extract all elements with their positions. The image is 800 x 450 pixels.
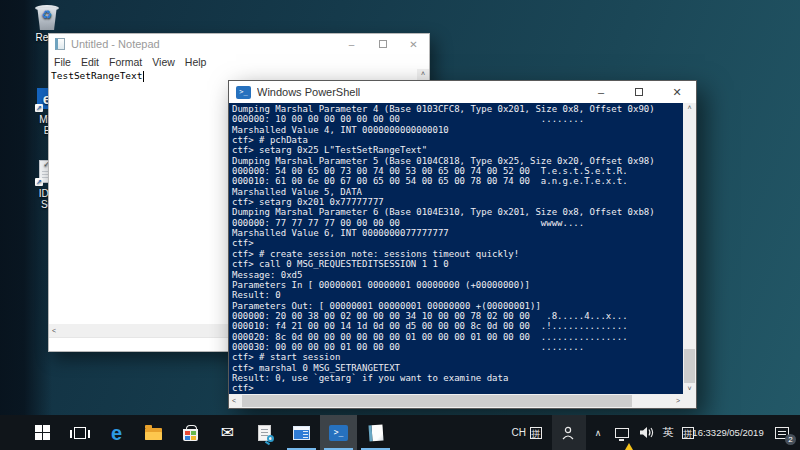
taskbar-item-notepad[interactable] bbox=[357, 415, 394, 450]
clock-date: 29/05/2019 bbox=[716, 427, 764, 438]
console-line: Result: 0 bbox=[232, 290, 680, 300]
ime-pinyin-badge: 拼 bbox=[530, 427, 542, 439]
powershell-window-title: Windows PowerShell bbox=[257, 86, 360, 98]
taskbar-item-ctf-app[interactable] bbox=[283, 415, 320, 450]
console-line: ctf> marshal 0 MSG_SETRANGETEXT bbox=[232, 363, 680, 373]
notification-badge: 2 bbox=[785, 434, 796, 445]
people-icon bbox=[561, 426, 577, 440]
console-line: 000010: f4 21 00 00 14 1d 0d 00 d5 00 00… bbox=[232, 321, 680, 331]
notepad-window-title: Untitled - Notepad bbox=[71, 38, 160, 50]
tray-overflow-button[interactable]: ∧ bbox=[586, 415, 610, 450]
shortcut-arrow-icon: ↗ bbox=[35, 104, 43, 112]
menu-item[interactable]: Format bbox=[104, 56, 147, 68]
notepad-text: TestSetRangeText bbox=[51, 70, 143, 81]
menu-item[interactable]: View bbox=[147, 56, 180, 68]
scroll-left-icon[interactable]: ˂ bbox=[52, 327, 56, 334]
scroll-left-icon[interactable]: ˂ bbox=[232, 394, 236, 408]
task-view-icon bbox=[74, 427, 86, 439]
scroll-right-icon[interactable]: ˃ bbox=[676, 394, 680, 408]
warning-icon bbox=[625, 443, 633, 450]
network-status-button[interactable] bbox=[610, 415, 634, 450]
console-line: ctf> # pchData bbox=[232, 135, 680, 145]
console-line: ctf> bbox=[232, 238, 680, 248]
taskbar-item-mail[interactable]: ✉ bbox=[209, 415, 246, 450]
notepad-app-icon bbox=[55, 38, 65, 50]
ime-mode-button[interactable]: 英 bbox=[658, 415, 678, 450]
console-line: Marshalled Value 5, DATA bbox=[232, 187, 680, 197]
taskbar-item-edge[interactable]: e bbox=[98, 415, 135, 450]
vertical-scroll-thumb[interactable] bbox=[684, 349, 695, 383]
menu-item[interactable]: Edit bbox=[76, 56, 104, 68]
text-caret bbox=[143, 71, 144, 82]
powershell-horizontal-scrollbar[interactable]: ˂ ˃ bbox=[229, 394, 683, 408]
console-line: Parameters In [ 00000001 00000001 000000… bbox=[232, 280, 680, 290]
language-code: CH bbox=[512, 427, 526, 438]
powershell-app-icon: >_ bbox=[236, 86, 251, 99]
console-line: Dumping Marshal Parameter 5 (Base 0104C8… bbox=[232, 156, 680, 166]
language-bar[interactable]: CH 拼 bbox=[502, 415, 552, 450]
system-tray: CH 拼 ∧ bbox=[502, 415, 800, 450]
console-line: ctf> setarg 0x201 0x77777777 bbox=[232, 197, 680, 207]
minimize-button[interactable]: – bbox=[336, 34, 367, 54]
notepad-title-bar[interactable]: Untitled - Notepad – ✕ bbox=[49, 34, 429, 54]
menu-item[interactable]: Help bbox=[180, 56, 212, 68]
people-button[interactable] bbox=[552, 415, 586, 450]
minimize-button[interactable]: – bbox=[582, 81, 620, 103]
close-button[interactable]: ✕ bbox=[398, 34, 429, 54]
powershell-window: >_ Windows PowerShell – ✕ Dumping Marsha… bbox=[228, 80, 697, 409]
maximize-button[interactable] bbox=[620, 81, 658, 103]
close-button[interactable]: ✕ bbox=[658, 81, 696, 103]
powershell-icon: >_ bbox=[329, 425, 348, 441]
volume-button[interactable] bbox=[634, 415, 658, 450]
console-line: ctf> # start session bbox=[232, 352, 680, 362]
desktop: ♻ Recy e ↗ Mic E ✓ ↗ IDA Se Untitled - N… bbox=[0, 0, 800, 450]
taskbar-item-file-explorer[interactable] bbox=[135, 415, 172, 450]
powershell-vertical-scrollbar[interactable]: ˄ ˅ bbox=[683, 103, 696, 394]
speaker-icon bbox=[639, 426, 654, 439]
recycle-bin-icon: ♻ bbox=[35, 4, 59, 30]
console-line: 000000: 10 00 00 00 00 00 00 00 ........ bbox=[232, 114, 680, 124]
scroll-up-icon[interactable]: ˄ bbox=[421, 70, 425, 77]
console-line: Dumping Marshal Parameter 6 (Base 0104E3… bbox=[232, 207, 680, 217]
scroll-up-icon[interactable]: ˄ bbox=[683, 103, 696, 113]
app-window-icon bbox=[293, 426, 310, 440]
console-line: Message: 0xd5 bbox=[232, 270, 680, 280]
maximize-icon bbox=[379, 40, 387, 48]
magnifier-icon bbox=[267, 435, 274, 442]
windows-logo-icon bbox=[35, 425, 50, 440]
task-view-button[interactable] bbox=[61, 415, 98, 450]
mail-icon: ✉ bbox=[221, 425, 234, 441]
store-icon bbox=[183, 429, 198, 441]
powershell-console-output[interactable]: Dumping Marshal Parameter 4 (Base 0103CF… bbox=[229, 103, 683, 394]
action-center-button[interactable]: 2 bbox=[764, 415, 800, 450]
taskbar-item-powershell[interactable]: >_ bbox=[320, 415, 357, 450]
console-line: ctf> # create session note: sessions tim… bbox=[232, 249, 680, 259]
recycle-symbol-icon: ♻ bbox=[35, 10, 59, 21]
maximize-button[interactable] bbox=[367, 34, 398, 54]
console-line: Parameters Out: [ 00000001 00000001 0000… bbox=[232, 301, 680, 311]
console-line: 000000: 54 00 65 00 73 00 74 00 53 00 65… bbox=[232, 166, 680, 176]
clock-time: 16:33 bbox=[692, 427, 716, 438]
horizontal-scroll-thumb[interactable] bbox=[242, 395, 632, 407]
shortcut-arrow-icon: ↗ bbox=[35, 178, 43, 186]
powershell-title-bar[interactable]: >_ Windows PowerShell – ✕ bbox=[229, 81, 696, 103]
console-line: ctf> call 0 MSG_REQUESTEDITSESSION 1 1 0 bbox=[232, 259, 680, 269]
scroll-down-icon[interactable]: ˅ bbox=[683, 384, 696, 394]
taskbar-item-document-search[interactable] bbox=[246, 415, 283, 450]
console-line: 000010: 61 00 6e 00 67 00 65 00 54 00 65… bbox=[232, 176, 680, 186]
menu-item[interactable]: File bbox=[49, 56, 76, 68]
taskbar-buttons: e ✉ bbox=[24, 415, 394, 450]
document-search-icon bbox=[258, 425, 271, 441]
start-button[interactable] bbox=[24, 415, 61, 450]
clock[interactable]: 16:33 29/05/2019 bbox=[698, 415, 764, 450]
monitor-icon bbox=[615, 428, 629, 438]
console-line: Dumping Marshal Parameter 4 (Base 0103CF… bbox=[232, 104, 680, 114]
taskbar: e ✉ bbox=[0, 415, 800, 450]
resize-grip[interactable] bbox=[683, 394, 696, 408]
console-line: 000000: 77 77 77 77 00 00 00 00 wwww.... bbox=[232, 218, 680, 228]
console-line: 000030: 00 00 00 00 01 00 00 00 ........ bbox=[232, 342, 680, 352]
notepad-icon bbox=[368, 424, 383, 441]
console-line: ctf> bbox=[232, 383, 680, 393]
taskbar-item-store[interactable] bbox=[172, 415, 209, 450]
folder-icon bbox=[145, 428, 162, 440]
